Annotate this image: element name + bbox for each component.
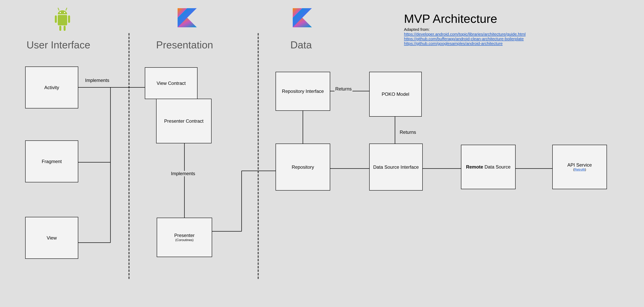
box-fragment: Fragment: [25, 140, 78, 182]
ref-link[interactable]: https://github.com/bufferapp/android-cle…: [404, 36, 628, 41]
edge-implements: Implements: [84, 78, 110, 83]
svg-rect-0: [58, 15, 67, 25]
divider: [258, 33, 259, 279]
sublabel: (Coroutines): [175, 238, 194, 242]
label: Data Source Interface: [373, 164, 418, 170]
android-icon: [52, 5, 73, 33]
box-view-contract: View Contract: [145, 67, 198, 99]
svg-rect-1: [55, 15, 57, 23]
sublabel: (Retrofit): [573, 168, 586, 172]
title-block: MVP Architecture Adapted from: https://d…: [404, 12, 628, 46]
section-title-ui: User Interface: [26, 39, 90, 51]
label: Repository Interface: [282, 88, 324, 94]
label-bold: Remote: [466, 164, 483, 170]
box-poko: POKO Model: [369, 72, 422, 117]
label: Repository: [292, 164, 314, 170]
svg-point-8: [64, 12, 65, 13]
divider: [128, 33, 130, 279]
label: Data Source: [484, 164, 510, 170]
label: POKO Model: [382, 91, 409, 97]
page-title: MVP Architecture: [404, 12, 628, 25]
svg-point-7: [60, 12, 61, 13]
kotlin-icon: [178, 8, 197, 28]
label: Activity: [44, 85, 59, 90]
label: API Service: [567, 162, 592, 168]
box-presenter-contract: Presenter Contract: [156, 99, 212, 143]
box-repository: Repository: [276, 144, 330, 191]
label: View: [47, 235, 57, 241]
retrofit-link[interactable]: Retrofit: [574, 168, 585, 171]
box-repo-interface: Repository Interface: [276, 72, 330, 111]
box-api: API Service (Retrofit): [552, 145, 607, 189]
ref-link[interactable]: https://developer.android.com/topic/libr…: [404, 32, 628, 36]
box-view: View: [25, 217, 78, 259]
label: Presenter Contract: [164, 118, 203, 124]
box-activity: Activity: [25, 66, 78, 108]
box-remote: Remote Data Source: [461, 145, 516, 189]
label: Fragment: [42, 159, 62, 164]
box-presenter: Presenter (Coroutines): [157, 218, 212, 257]
svg-rect-3: [59, 25, 62, 31]
box-dsi: Data Source Interface: [369, 144, 423, 191]
edge-implements: Implements: [170, 171, 196, 176]
svg-line-5: [58, 8, 59, 10]
section-title-data: Data: [290, 39, 312, 51]
edge-returns: Returns: [334, 86, 352, 92]
label: Presenter: [174, 233, 194, 238]
adapted-label: Adapted from:: [404, 27, 628, 32]
kotlin-icon: [293, 8, 312, 28]
section-title-presentation: Presentation: [156, 39, 213, 51]
svg-line-6: [66, 8, 67, 10]
label: View Contract: [157, 80, 186, 86]
svg-rect-2: [68, 15, 70, 23]
svg-rect-4: [64, 25, 66, 31]
ref-link[interactable]: https://github.com/googlesamples/android…: [404, 41, 628, 46]
edge-returns: Returns: [399, 129, 417, 135]
